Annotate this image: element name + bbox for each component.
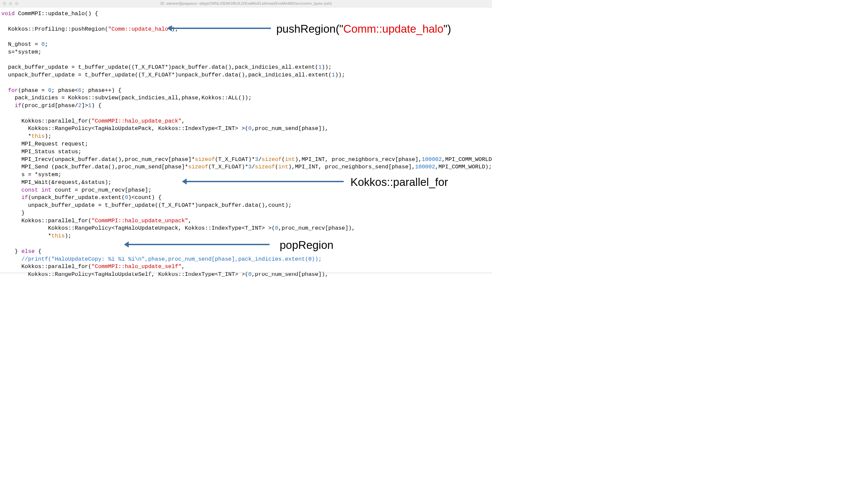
code-text: (unpack_buffer_update.extent( [28, 194, 125, 201]
code-text: ); [45, 133, 52, 139]
code-text: , [181, 263, 185, 270]
number-literal: 100002 [415, 164, 435, 170]
code-text: (T_X_FLOAT)* [208, 164, 248, 170]
number-literal: 0 [248, 125, 252, 132]
minimize-icon[interactable] [9, 2, 12, 5]
code-text: Kokkos::parallel_for( [1, 118, 91, 124]
code-text: ( [275, 164, 278, 170]
code-text: s = *system; [1, 171, 61, 178]
string-literal: "Comm::update_halo" [108, 26, 171, 32]
code-text: { [35, 248, 41, 255]
number-literal: 0 [41, 41, 45, 48]
code-text: , [181, 118, 185, 124]
code-text: MPI_Send (pack_buffer.data(),proc_num_se… [1, 164, 188, 170]
zoom-icon[interactable] [15, 2, 19, 5]
code-text: Kokkos::parallel_for( [1, 218, 91, 224]
code-text: pack_indicies = Kokkos::subview(pack_ind… [1, 95, 252, 101]
code-text: )); [335, 72, 345, 78]
keyword-int: int [278, 164, 288, 170]
annotation-pop-region: popRegion [280, 237, 334, 253]
divider [0, 273, 492, 273]
number-literal: 3 [248, 164, 252, 170]
code-text: MPI_Wait(&request,&status); [1, 179, 112, 185]
code-text: Kokkos::RangePolicy<TagHaloUpdateUnpack,… [1, 225, 275, 231]
code-text: )); [322, 64, 332, 70]
arrow-icon [128, 244, 270, 245]
code-text: (T_X_FLOAT)* [215, 156, 255, 163]
arrow-icon [171, 28, 271, 29]
number-literal: 0 [48, 87, 52, 94]
window-controls[interactable] [3, 2, 19, 5]
code-text: , [188, 218, 192, 224]
keyword-sizeof: sizeof [255, 164, 275, 170]
code-text: ]> [82, 103, 88, 109]
code-text: * [1, 133, 31, 139]
string-literal: "CommMPI::halo_update_self" [91, 263, 181, 270]
code-text: )<count) { [128, 194, 161, 201]
code-text: Kokkos::Profiling::pushRegion( [1, 26, 108, 32]
code-text: ),MPI_INT, proc_neighbors_send[phase], [288, 164, 415, 170]
keyword-if: if [1, 194, 28, 201]
code-text: ) { [91, 103, 102, 109]
code-text: unpack_buffer_update = t_buffer_update((… [1, 72, 332, 78]
code-text: MPI_Irecv(unpack_buffer.data(),proc_num_… [1, 156, 195, 163]
code-text: ,MPI_COMM_WORLD); [435, 164, 492, 170]
code-text: MPI_Request request; [1, 141, 88, 147]
window-title: 20. sameer@pegasus:~/pkgs/ORNL/DEMO/BUIL… [160, 1, 332, 6]
number-literal: 6 [78, 87, 82, 94]
string-literal: "CommMPI::halo_update_unpack" [91, 218, 188, 224]
code-text: s=*system; [1, 49, 41, 55]
code-text: } [1, 210, 25, 216]
keyword-if: if [1, 103, 21, 109]
code-text: ; phase++) { [82, 87, 122, 94]
keyword-void: void [1, 10, 15, 17]
number-literal: 1 [88, 103, 91, 109]
code-text: unpack_buffer_update = t_buffer_update((… [1, 202, 291, 208]
annotation-parallel-for: Kokkos::parallel_for [351, 174, 448, 190]
code-text: Kokkos::RangePolicy<TagHaloUpdateSelf, K… [1, 271, 248, 278]
keyword-sizeof: sizeof [261, 156, 281, 163]
number-literal: 0 [125, 194, 128, 201]
code-text: Kokkos::parallel_for( [1, 263, 91, 270]
code-text: (phase = [18, 87, 48, 94]
close-icon[interactable] [3, 2, 6, 5]
number-literal: 0 [275, 225, 278, 231]
keyword-const-int: const int [1, 187, 52, 193]
number-literal: 3 [255, 156, 258, 163]
keyword-this: this [52, 233, 65, 239]
code-text: / [252, 164, 255, 170]
code-text: ,MPI_COMM_WORLD,&request); [442, 156, 492, 163]
keyword-else: else [21, 248, 35, 255]
keyword-sizeof: sizeof [195, 156, 215, 163]
annotation-push-region: pushRegion("Comm::update_halo") [276, 21, 451, 37]
code-text: N_ghost = [1, 41, 41, 48]
code-text: (proc_grid[phase/ [21, 103, 78, 109]
code-text: ); [65, 233, 72, 239]
code-text: ; [45, 41, 48, 48]
number-literal: 0 [248, 271, 252, 278]
keyword-for: for [1, 87, 18, 94]
window-titlebar: 20. sameer@pegasus:~/pkgs/ORNL/DEMO/BUIL… [0, 0, 492, 7]
keyword-int: int [285, 156, 295, 163]
keyword-sizeof: sizeof [188, 164, 208, 170]
code-text: / [258, 156, 261, 163]
code-text: ,proc_num_send[phase]), [252, 125, 329, 132]
keyword-this: this [31, 133, 45, 139]
code-text: MPI_Status status; [1, 148, 82, 155]
comment: //printf("HaloUpdateCopy: %i %i %i\n",ph… [1, 256, 322, 262]
arrow-icon [186, 181, 344, 182]
code-text: * [1, 233, 52, 239]
code-text: Kokkos::RangePolicy<TagHaloUpdatePack, K… [1, 125, 248, 132]
code-text: ); [171, 26, 178, 32]
code-text: count = proc_num_recv[phase]; [52, 187, 151, 193]
code-text: ( [282, 156, 285, 163]
number-literal: 2 [78, 103, 82, 109]
number-literal: 100002 [422, 156, 442, 163]
code-viewer[interactable]: void CommMPI::update_halo() { Kokkos::Pr… [0, 7, 492, 278]
code-text: pack_buffer_update = t_buffer_update((T_… [1, 64, 318, 70]
code-text: ),MPI_INT, proc_neighbors_recv[phase], [295, 156, 422, 163]
code-text: ,proc_num_recv[phase]), [278, 225, 355, 231]
number-literal: 1 [318, 64, 322, 70]
number-literal: 1 [332, 72, 335, 78]
code-text: ; phase< [52, 87, 78, 94]
